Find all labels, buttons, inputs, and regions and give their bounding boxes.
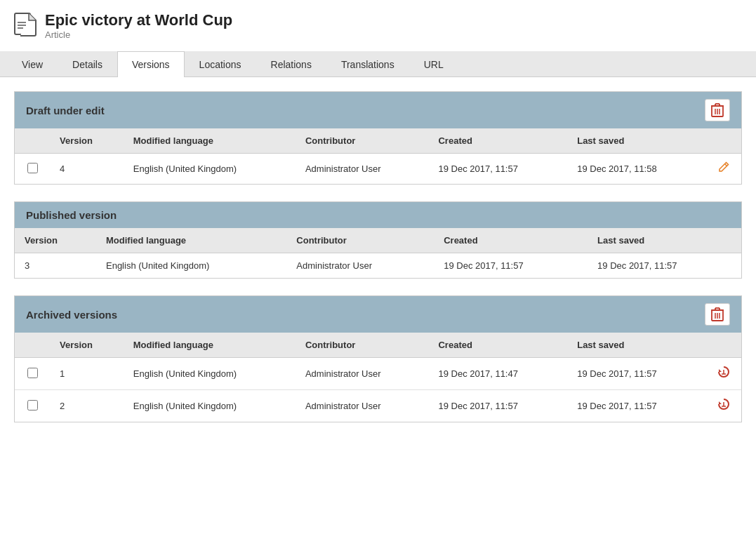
draft-col-version: Version (50, 128, 124, 154)
tab-view[interactable]: View (7, 51, 58, 77)
pub-col-version: Version (15, 228, 96, 253)
archived-table-header: Version Modified language Contributor Cr… (15, 333, 741, 358)
tab-translations[interactable]: Translations (326, 51, 409, 77)
tab-relations[interactable]: Relations (256, 51, 326, 77)
archived-section-header: Archived versions (15, 296, 741, 333)
arch-row2-checkbox-cell (15, 390, 50, 422)
page-wrapper: Epic victory at World Cup Article View D… (0, 0, 756, 534)
arch-row1-created: 19 Dec 2017, 11:47 (428, 358, 567, 390)
page-header: Epic victory at World Cup Article (0, 0, 756, 51)
draft-section-header: Draft under edit (15, 92, 741, 128)
published-section: Published version Version Modified langu… (14, 201, 742, 279)
pub-row1-lastsaved: 19 Dec 2017, 11:57 (588, 253, 741, 279)
archived-section: Archived versions (14, 295, 742, 422)
arch-row2-created: 19 Dec 2017, 11:57 (428, 390, 567, 422)
pub-col-lastsaved: Last saved (588, 228, 741, 253)
draft-col-created: Created (428, 128, 567, 154)
draft-row1-contributor: Administrator User (296, 154, 429, 185)
arch-row1-action-cell (706, 358, 741, 390)
arch-row2-contributor: Administrator User (296, 390, 429, 422)
tab-details[interactable]: Details (58, 51, 117, 77)
draft-section: Draft under edit (14, 91, 742, 185)
tab-url[interactable]: URL (409, 51, 458, 77)
draft-row1-lastsaved: 19 Dec 2017, 11:58 (567, 154, 706, 185)
draft-row1-action-cell (706, 154, 741, 185)
trash-icon (711, 307, 724, 321)
archived-delete-button[interactable] (705, 303, 730, 326)
draft-row1-checkbox[interactable] (27, 163, 38, 173)
published-table-header: Version Modified language Contributor Cr… (15, 228, 741, 253)
arch-col-version: Version (50, 333, 124, 358)
table-row: 3 English (United Kingdom) Administrator… (15, 253, 741, 279)
page-title: Epic victory at World Cup (45, 11, 232, 29)
arch-row1-lastsaved: 19 Dec 2017, 11:57 (567, 358, 706, 390)
arch-row2-version: 2 (50, 390, 124, 422)
arch-row1-checkbox-cell (15, 358, 50, 390)
pub-row1-version: 3 (15, 253, 96, 279)
draft-section-title: Draft under edit (26, 105, 105, 116)
pub-col-created: Created (434, 228, 588, 253)
restore-icon[interactable] (717, 397, 731, 415)
pub-row1-contributor: Administrator User (286, 253, 434, 279)
draft-table-header: Version Modified language Contributor Cr… (15, 128, 741, 154)
edit-icon[interactable] (717, 162, 730, 176)
draft-row1-created: 19 Dec 2017, 11:57 (428, 154, 567, 185)
svg-marker-24 (719, 401, 722, 404)
draft-col-action (706, 128, 741, 154)
draft-row1-version: 4 (50, 154, 124, 185)
arch-row2-checkbox[interactable] (27, 400, 38, 410)
tab-locations[interactable]: Locations (185, 51, 256, 77)
draft-row1-language: English (United Kingdom) (124, 154, 296, 185)
published-section-title: Published version (26, 209, 117, 221)
arch-row1-contributor: Administrator User (296, 358, 429, 390)
archived-table: Version Modified language Contributor Cr… (15, 333, 741, 422)
pub-col-language: Modified language (96, 228, 286, 253)
arch-row1-version: 1 (50, 358, 124, 390)
svg-line-12 (725, 164, 727, 166)
table-row: 4 English (United Kingdom) Administrator… (15, 154, 741, 185)
archived-section-title: Archived versions (26, 309, 117, 321)
arch-row2-action-cell (706, 390, 741, 422)
draft-col-checkbox (15, 128, 50, 154)
restore-icon[interactable] (717, 365, 731, 382)
published-section-header: Published version (15, 202, 741, 228)
header-text: Epic victory at World Cup Article (45, 11, 232, 40)
draft-table: Version Modified language Contributor Cr… (15, 128, 741, 184)
arch-col-language: Modified language (124, 333, 296, 358)
arch-row2-lastsaved: 19 Dec 2017, 11:57 (567, 390, 706, 422)
document-icon (14, 13, 37, 44)
draft-col-lastsaved: Last saved (567, 128, 706, 154)
trash-icon (711, 103, 724, 117)
arch-col-created: Created (428, 333, 567, 358)
arch-col-action (706, 333, 741, 358)
content-area: Draft under edit (0, 77, 756, 453)
draft-col-language: Modified language (124, 128, 296, 154)
svg-marker-21 (719, 369, 722, 372)
arch-col-lastsaved: Last saved (567, 333, 706, 358)
pub-row1-language: English (United Kingdom) (96, 253, 286, 279)
table-row: 2 English (United Kingdom) Administrator… (15, 390, 741, 422)
page-subtitle: Article (45, 29, 232, 40)
draft-col-contributor: Contributor (296, 128, 429, 154)
arch-row1-language: English (United Kingdom) (124, 358, 296, 390)
arch-col-contributor: Contributor (296, 333, 429, 358)
draft-row1-checkbox-cell (15, 154, 50, 185)
pub-row1-created: 19 Dec 2017, 11:57 (434, 253, 588, 279)
arch-row1-checkbox[interactable] (27, 368, 38, 378)
arch-row2-language: English (United Kingdom) (124, 390, 296, 422)
arch-col-checkbox (15, 333, 50, 358)
table-row: 1 English (United Kingdom) Administrator… (15, 358, 741, 390)
pub-col-contributor: Contributor (286, 228, 434, 253)
draft-delete-button[interactable] (705, 99, 730, 121)
tabs-bar: View Details Versions Locations Relation… (0, 51, 756, 77)
published-table: Version Modified language Contributor Cr… (15, 228, 741, 278)
tab-versions[interactable]: Versions (117, 51, 185, 77)
